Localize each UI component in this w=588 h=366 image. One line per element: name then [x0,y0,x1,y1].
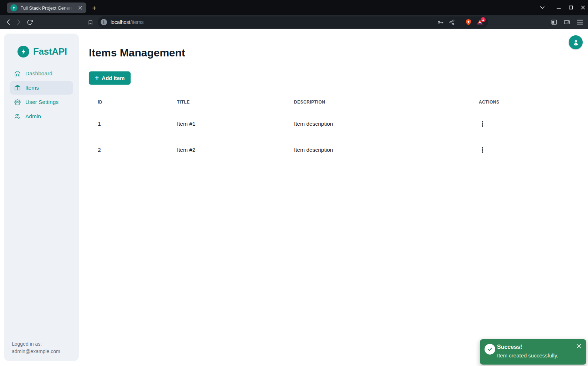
divider [460,19,460,25]
column-header-title: TITLE [168,100,285,105]
address-bar[interactable]: i localhost/items 1 [98,16,488,28]
column-header-id: ID [89,100,168,105]
page-title: Items Management [89,46,583,59]
cell-title: Item #1 [168,121,285,127]
sidebar-item-label: Dashboard [25,70,52,77]
toolbar-right-icons [549,17,585,27]
column-header-actions: ACTIONS [470,100,583,105]
column-header-description: DESCRIPTION [285,100,470,105]
add-item-label: Add Item [102,75,125,81]
password-key-icon[interactable] [436,17,445,27]
fastapi-favicon-icon [10,4,17,11]
rewards-badge: 1 [481,17,486,22]
url-host: localhost [111,19,130,25]
back-icon[interactable] [3,17,14,27]
cell-description: Item description [285,121,470,127]
brand-name: FastAPI [33,46,67,57]
row-actions-kebab-icon[interactable] [479,119,486,129]
cell-id: 2 [89,147,168,153]
minimize-icon[interactable] [556,5,561,10]
address-bar-icons: 1 [436,17,485,27]
cell-actions [470,119,583,129]
logged-in-label: Logged in as: [12,340,60,348]
sidebar-item-label: Admin [25,113,41,120]
tab-close-icon[interactable] [77,5,83,11]
home-icon [14,70,21,77]
user-avatar-button[interactable] [569,35,583,49]
table-row: 2 Item #2 Item description [89,137,583,163]
sidebar-item-label: Items [25,85,39,91]
brave-rewards-icon[interactable]: 1 [475,17,485,27]
close-window-icon[interactable] [581,5,585,10]
check-circle-icon [485,344,495,355]
reload-icon[interactable] [24,17,35,27]
site-info-icon[interactable]: i [101,19,107,25]
cell-description: Item description [285,147,470,153]
bookmark-icon[interactable] [85,17,96,27]
browser-toolbar: i localhost/items 1 [0,15,588,29]
toast-message: Item created successfully. [497,352,558,359]
table-header: ID TITLE DESCRIPTION ACTIONS [89,94,583,111]
table-row: 1 Item #1 Item description [89,111,583,137]
sidebar-item-dashboard[interactable]: Dashboard [10,67,73,80]
fastapi-logo-icon [17,46,29,57]
person-icon [572,39,580,46]
logged-in-email: admin@example.com [12,348,60,355]
sidebar-item-items[interactable]: Items [10,81,73,95]
sidebar-item-user-settings[interactable]: User Settings [10,95,73,109]
maximize-icon[interactable] [568,5,573,10]
share-icon[interactable] [447,17,456,27]
browser-tab-bar: Full Stack Project Genera + [0,0,588,15]
row-actions-kebab-icon[interactable] [479,145,486,155]
sidebar-item-label: User Settings [25,99,59,105]
sidebar-item-admin[interactable]: Admin [10,110,73,123]
url-text: localhost/items [111,19,144,25]
app-sidebar: FastAPI Dashboard Items User Settings Ad… [4,34,79,361]
plus-icon: + [95,74,99,81]
brave-shields-icon[interactable] [464,17,473,27]
new-tab-button[interactable]: + [90,4,98,12]
forward-icon[interactable] [14,17,24,27]
cell-title: Item #2 [168,147,285,153]
success-toast: Success! Item created successfully. [480,339,586,365]
gear-icon [14,99,21,105]
users-icon [14,113,21,120]
tab-title: Full Stack Project Genera [20,5,74,11]
cell-actions [470,145,583,155]
add-item-button[interactable]: + Add Item [89,71,131,85]
window-controls [540,0,585,15]
url-path: /items [130,19,143,25]
sidebar-nav: Dashboard Items User Settings Admin [10,67,73,123]
cell-id: 1 [89,121,168,127]
items-table: ID TITLE DESCRIPTION ACTIONS 1 Item #1 I… [89,94,583,163]
browser-tab[interactable]: Full Stack Project Genera [7,2,86,13]
sidebar-panel-icon[interactable] [549,17,559,27]
brand-logo: FastAPI [17,46,79,57]
page-content: FastAPI Dashboard Items User Settings Ad… [0,29,588,366]
logged-in-info: Logged in as: admin@example.com [12,340,60,355]
toast-title: Success! [497,344,522,350]
wallet-icon[interactable] [562,17,572,27]
toast-close-icon[interactable] [575,342,583,350]
tab-search-chevron-icon[interactable] [540,5,544,10]
briefcase-icon [14,85,21,91]
main-content: Items Management + Add Item ID TITLE DES… [79,29,588,366]
menu-hamburger-icon[interactable] [574,17,585,27]
